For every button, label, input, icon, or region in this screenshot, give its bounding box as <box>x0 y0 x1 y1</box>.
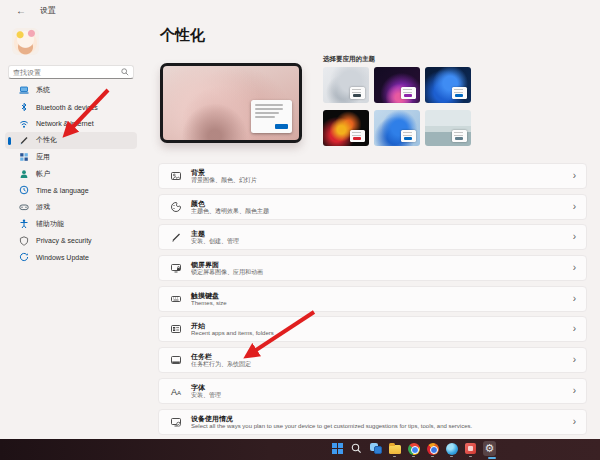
settings-row-background[interactable]: 背景 背景图像、颜色、幻灯片 › <box>158 163 587 189</box>
settings-row-title: 背景 <box>191 168 567 177</box>
theme-thumbnail-blue-bloom-light[interactable] <box>374 110 420 146</box>
settings-row-title: 主题 <box>191 229 567 238</box>
theme-section-label: 选择要应用的主题 <box>323 55 375 64</box>
gaming-icon <box>19 202 29 212</box>
titlebar: ← 设置 <box>0 0 600 20</box>
sidebar-item-accessibility[interactable]: 辅助功能 <box>5 216 137 233</box>
sidebar-item-network[interactable]: Network & internet <box>5 115 137 132</box>
device-usage-icon <box>169 415 182 428</box>
apps-icon <box>19 152 29 162</box>
browser-orange-icon <box>427 443 439 455</box>
sidebar-item-apps[interactable]: 应用 <box>5 149 137 166</box>
sidebar-item-bluetooth[interactable]: Bluetooth & devices <box>5 99 137 116</box>
start-button[interactable] <box>331 441 344 456</box>
sidebar-item-windows-update[interactable]: Windows Update <box>5 249 137 266</box>
privacy-icon <box>19 236 29 246</box>
settings-row-subtitle: 安装、管理 <box>191 392 567 399</box>
settings-row-start[interactable]: 开始 Recent apps and items, folders › <box>158 316 587 342</box>
settings-row-taskbar[interactable]: 任务栏 任务栏行为、系统固定 › <box>158 347 587 373</box>
sidebar-item-label: Time & language <box>36 187 89 194</box>
settings-taskbar-button[interactable]: ⚙ <box>483 441 496 456</box>
settings-row-subtitle: 安装、创建、管理 <box>191 238 567 245</box>
colors-icon <box>169 200 182 213</box>
settings-row-subtitle: 锁定屏幕图像、应用和动画 <box>191 269 567 276</box>
theme-preview-monitor <box>160 63 302 143</box>
task-view-button[interactable] <box>369 441 382 456</box>
search-box[interactable] <box>8 65 134 79</box>
chevron-right-icon: › <box>573 324 576 334</box>
theme-thumbnail-sunrise-pier[interactable] <box>425 110 471 146</box>
sidebar-item-time-language[interactable]: Time & language <box>5 182 137 199</box>
settings-row-title: 开始 <box>191 321 567 330</box>
blue-app-button[interactable] <box>445 441 458 456</box>
chevron-right-icon: › <box>573 232 576 242</box>
chevron-right-icon: › <box>573 171 576 181</box>
browser-orange-button[interactable] <box>426 441 439 456</box>
settings-row-lock-screen[interactable]: 锁屏界面 锁定屏幕图像、应用和动画 › <box>158 255 587 281</box>
chevron-right-icon: › <box>573 355 576 365</box>
page-title: 个性化 <box>160 26 205 45</box>
file-explorer-icon <box>389 445 401 454</box>
system-icon <box>19 85 29 95</box>
blue-app-icon <box>446 443 458 455</box>
taskbar: ⚙ <box>0 439 600 460</box>
accounts-icon <box>19 169 29 179</box>
sidebar-item-accounts[interactable]: 帐户 <box>5 165 137 182</box>
start-icon <box>169 323 182 336</box>
accessibility-icon <box>19 219 29 229</box>
fonts-icon: AA <box>169 384 182 397</box>
sidebar-item-gaming[interactable]: 游戏 <box>5 199 137 216</box>
sidebar-item-label: 系统 <box>36 85 50 95</box>
windows-logo-icon <box>332 443 343 454</box>
settings-row-subtitle: 任务栏行为、系统固定 <box>191 361 567 368</box>
settings-row-fonts[interactable]: AA 字体 安装、管理 › <box>158 378 587 404</box>
sidebar-item-system[interactable]: 系统 <box>5 82 137 99</box>
chrome-icon <box>408 443 420 455</box>
svg-text:A: A <box>177 389 181 395</box>
settings-row-device-usage[interactable]: 设备使用情况 Select all the ways you plan to u… <box>158 409 587 435</box>
theme-preview-accent-button <box>275 124 288 129</box>
back-arrow-icon[interactable]: ← <box>16 5 26 16</box>
theme-accent <box>353 137 361 140</box>
settings-row-title: 锁屏界面 <box>191 260 567 269</box>
theme-thumbnail-colorful-dark[interactable] <box>323 110 369 146</box>
search-input[interactable] <box>9 69 121 76</box>
settings-row-title: 设备使用情况 <box>191 414 567 423</box>
theme-thumbnail-light-bloom[interactable] <box>323 67 369 103</box>
theme-accent <box>455 137 463 140</box>
chevron-right-icon: › <box>573 386 576 396</box>
theme-accent <box>455 94 463 97</box>
settings-row-colors[interactable]: 颜色 主题色、透明效果、颜色主题 › <box>158 194 587 220</box>
sidebar-item-label: Windows Update <box>36 254 89 261</box>
chrome-button[interactable] <box>407 441 420 456</box>
settings-row-subtitle: 主题色、透明效果、颜色主题 <box>191 208 567 215</box>
settings-row-subtitle: Themes, size <box>191 300 567 307</box>
chevron-right-icon: › <box>573 202 576 212</box>
taskbar-icon <box>169 354 182 367</box>
user-avatar[interactable] <box>12 28 39 55</box>
settings-row-touch-keyboard[interactable]: 触摸键盘 Themes, size › <box>158 286 587 312</box>
taskbar-search-button[interactable] <box>350 441 363 456</box>
touch-keyboard-icon <box>169 292 182 305</box>
sidebar-item-privacy[interactable]: Privacy & security <box>5 232 137 249</box>
themes-icon <box>169 231 182 244</box>
file-explorer-button[interactable] <box>388 441 401 456</box>
settings-row-title: 任务栏 <box>191 352 567 361</box>
settings-row-subtitle: Recent apps and items, folders <box>191 330 567 337</box>
personalization-icon <box>19 135 29 145</box>
bluetooth-icon <box>19 102 29 112</box>
chevron-right-icon: › <box>573 417 576 427</box>
theme-thumbnail-dark-glow[interactable] <box>374 67 420 103</box>
red-app-button[interactable] <box>464 441 477 456</box>
task-view-icon <box>370 443 382 454</box>
settings-row-themes[interactable]: 主题 安装、创建、管理 › <box>158 224 587 250</box>
theme-preview-card <box>251 100 292 133</box>
sidebar-item-personalization[interactable]: 个性化 <box>5 132 137 149</box>
sidebar: 系统 Bluetooth & devices Network & interne… <box>0 20 142 439</box>
sidebar-item-label: 辅助功能 <box>36 219 64 229</box>
theme-thumbnail-blue-bloom-dark[interactable] <box>425 67 471 103</box>
theme-preview-wallpaper <box>163 66 299 140</box>
settings-row-title: 颜色 <box>191 199 567 208</box>
sidebar-item-label: 帐户 <box>36 169 50 179</box>
lock-screen-icon <box>169 262 182 275</box>
